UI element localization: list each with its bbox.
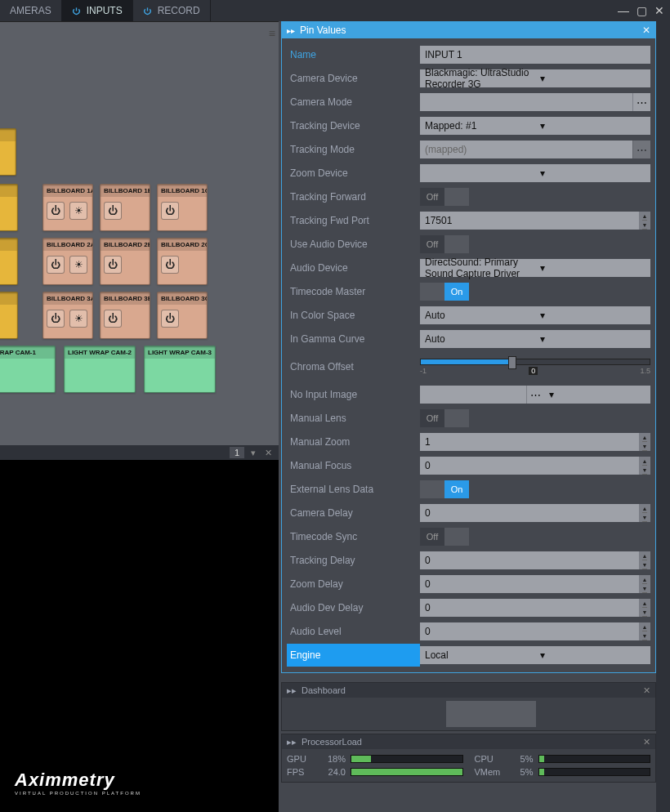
node-billboard-2a[interactable]: BILLBOARD 2A ⏻☀: [42, 238, 93, 285]
step-down-icon[interactable]: ▼: [642, 560, 648, 569]
name-input[interactable]: INPUT 1: [420, 46, 650, 64]
close-icon[interactable]: ✕: [642, 25, 650, 36]
audio-dev-delay-input[interactable]: 0▲▼: [420, 599, 650, 617]
camera-mode-select[interactable]: [420, 93, 632, 111]
engine-select[interactable]: Local: [420, 646, 535, 664]
step-up-icon[interactable]: ▲: [642, 551, 648, 560]
no-input-image-field[interactable]: [420, 386, 526, 404]
power-icon[interactable]: ⏻: [104, 256, 122, 274]
node-light-wrap-3[interactable]: LIGHT WRAP CAM-3: [144, 346, 216, 393]
timecode-master-toggle[interactable]: On: [420, 283, 469, 301]
step-up-icon[interactable]: ▲: [642, 622, 648, 631]
light-icon[interactable]: ☀: [69, 310, 87, 328]
step-down-icon[interactable]: ▼: [642, 584, 648, 593]
chevron-down-icon[interactable]: ▾: [535, 164, 650, 182]
node-light-wrap-1[interactable]: T WRAP CAM-1: [0, 346, 56, 393]
in-gamma-curve-select[interactable]: Auto: [420, 330, 535, 348]
node-gin1[interactable]: GIN 1: [0, 184, 18, 231]
step-up-icon[interactable]: ▲: [642, 457, 648, 466]
step-down-icon[interactable]: ▼: [642, 466, 648, 475]
chevron-down-icon[interactable]: ▾: [535, 330, 650, 348]
chevron-down-icon[interactable]: ▾: [535, 306, 650, 324]
power-icon[interactable]: ⏻: [47, 256, 65, 274]
page-number[interactable]: 1: [230, 447, 244, 458]
node-ne[interactable]: NE: [0, 128, 16, 176]
light-icon[interactable]: ☀: [69, 256, 87, 274]
browse-button[interactable]: ⋯: [526, 386, 544, 404]
browse-button[interactable]: ⋯: [632, 93, 650, 111]
manual-lens-toggle[interactable]: Off: [420, 409, 469, 427]
power-icon[interactable]: ⏻: [161, 256, 179, 274]
node-gin2[interactable]: GIN 2: [0, 238, 18, 285]
camera-delay-input[interactable]: 0▲▼: [420, 504, 650, 522]
zoom-delay-input[interactable]: 0▲▼: [420, 575, 650, 593]
collapse-icon[interactable]: ▸▸: [287, 737, 297, 747]
step-up-icon[interactable]: ▲: [642, 433, 648, 442]
close-icon[interactable]: ✕: [262, 447, 274, 458]
tab-cameras[interactable]: AMERAS: [0, 0, 62, 21]
node-light-wrap-2[interactable]: LIGHT WRAP CAM-2: [64, 346, 136, 393]
in-color-space-select[interactable]: Auto: [420, 306, 535, 324]
audio-device-select[interactable]: DirectSound: Primary Sound Capture Drive…: [420, 259, 535, 277]
panel-header[interactable]: ▸▸ ProcessorLoad ✕: [282, 734, 655, 749]
manual-focus-input[interactable]: 0▲▼: [420, 457, 650, 475]
collapse-icon[interactable]: ▸▸: [287, 685, 297, 696]
node-billboard-1b[interactable]: BILLBOARD 1B ⏻: [100, 184, 150, 231]
close-icon[interactable]: ✕: [652, 3, 667, 18]
power-icon[interactable]: ⏻: [161, 310, 179, 328]
panel-header[interactable]: ▸▸ Dashboard ✕: [282, 683, 655, 698]
panel-header[interactable]: ▸▸ Pin Values ✕: [282, 22, 655, 38]
external-lens-toggle[interactable]: On: [420, 480, 469, 498]
power-icon[interactable]: ⏻: [161, 202, 179, 220]
close-icon[interactable]: ✕: [643, 737, 650, 747]
collapse-icon[interactable]: ▸▸: [287, 26, 295, 35]
tracking-delay-input[interactable]: 0▲▼: [420, 551, 650, 569]
tracking-forward-toggle[interactable]: Off: [420, 188, 469, 206]
step-down-icon[interactable]: ▼: [642, 608, 648, 617]
tab-record[interactable]: RECORD: [133, 0, 211, 21]
node-billboard-3b[interactable]: BILLBOARD 3B ⏻: [100, 292, 150, 339]
step-up-icon[interactable]: ▲: [642, 212, 648, 221]
camera-device-select[interactable]: Blackmagic: UltraStudio Recorder 3G: [420, 69, 535, 87]
timecode-sync-toggle[interactable]: Off: [420, 528, 469, 546]
tab-inputs[interactable]: INPUTS: [62, 0, 133, 21]
step-up-icon[interactable]: ▲: [642, 504, 648, 513]
audio-level-input[interactable]: 0▲▼: [420, 622, 650, 640]
power-icon: [143, 6, 153, 16]
chroma-offset-slider[interactable]: -1 0 1.5: [420, 358, 650, 376]
step-down-icon[interactable]: ▼: [642, 513, 648, 522]
node-billboard-2b[interactable]: BILLBOARD 2B ⏻: [100, 238, 150, 285]
step-up-icon[interactable]: ▲: [642, 599, 648, 608]
chevron-down-icon[interactable]: ▾: [535, 69, 650, 87]
chevron-down-icon[interactable]: ▾: [535, 646, 650, 664]
node-billboard-3a[interactable]: BILLBOARD 3A ⏻☀: [42, 292, 93, 339]
step-down-icon[interactable]: ▼: [642, 221, 648, 230]
chevron-down-icon[interactable]: ▾: [535, 117, 650, 135]
node-gin3[interactable]: GIN 3: [0, 292, 18, 339]
chevron-down-icon[interactable]: ▾: [535, 259, 650, 277]
close-icon[interactable]: ✕: [643, 685, 650, 696]
node-billboard-1a[interactable]: BILLBOARD 1A ⏻☀: [42, 184, 93, 231]
step-down-icon[interactable]: ▼: [642, 442, 648, 451]
chevron-down-icon[interactable]: ▾: [248, 447, 259, 458]
minimize-icon[interactable]: —: [616, 3, 631, 18]
power-icon[interactable]: ⏻: [104, 202, 122, 220]
power-icon[interactable]: ⏻: [47, 310, 65, 328]
light-icon[interactable]: ☀: [69, 202, 87, 220]
step-down-icon[interactable]: ▼: [642, 631, 648, 640]
use-audio-device-toggle[interactable]: Off: [420, 235, 469, 253]
maximize-icon[interactable]: ▢: [634, 3, 649, 18]
power-icon[interactable]: ⏻: [47, 202, 65, 220]
power-icon[interactable]: ⏻: [104, 310, 122, 328]
zoom-device-select[interactable]: [420, 164, 535, 182]
row-engine[interactable]: Engine Local▾: [287, 644, 650, 667]
node-billboard-2c[interactable]: BILLBOARD 2C ⏻: [157, 238, 208, 285]
menu-icon[interactable]: ≡: [269, 27, 275, 40]
step-up-icon[interactable]: ▲: [642, 575, 648, 584]
node-billboard-3c[interactable]: BILLBOARD 3C ⏻: [157, 292, 208, 339]
tracking-device-select[interactable]: Mapped: #1: [420, 117, 535, 135]
node-billboard-1c[interactable]: BILLBOARD 1C ⏻: [157, 184, 208, 231]
chevron-down-icon[interactable]: ▾: [544, 386, 650, 404]
tracking-fwd-port-input[interactable]: 17501▲▼: [420, 212, 650, 230]
manual-zoom-input[interactable]: 1▲▼: [420, 433, 650, 451]
